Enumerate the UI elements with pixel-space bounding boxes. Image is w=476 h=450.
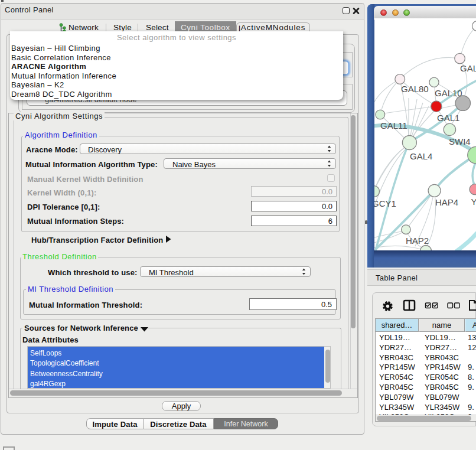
svg-text:GAL1: GAL1 bbox=[437, 113, 459, 123]
svg-text:GAL80: GAL80 bbox=[401, 84, 429, 94]
svg-text:Y: Y bbox=[471, 197, 476, 207]
svg-text:GAL: GAL bbox=[460, 63, 476, 73]
svg-text:HAP2: HAP2 bbox=[406, 236, 429, 246]
svg-text:GAL10: GAL10 bbox=[435, 88, 462, 98]
svg-text:GCY1: GCY1 bbox=[374, 198, 396, 208]
svg-text:GAL4: GAL4 bbox=[410, 151, 432, 161]
svg-text:SWI4: SWI4 bbox=[449, 136, 471, 146]
svg-text:HAP4: HAP4 bbox=[435, 197, 458, 207]
svg-text:GAL11: GAL11 bbox=[380, 120, 407, 131]
